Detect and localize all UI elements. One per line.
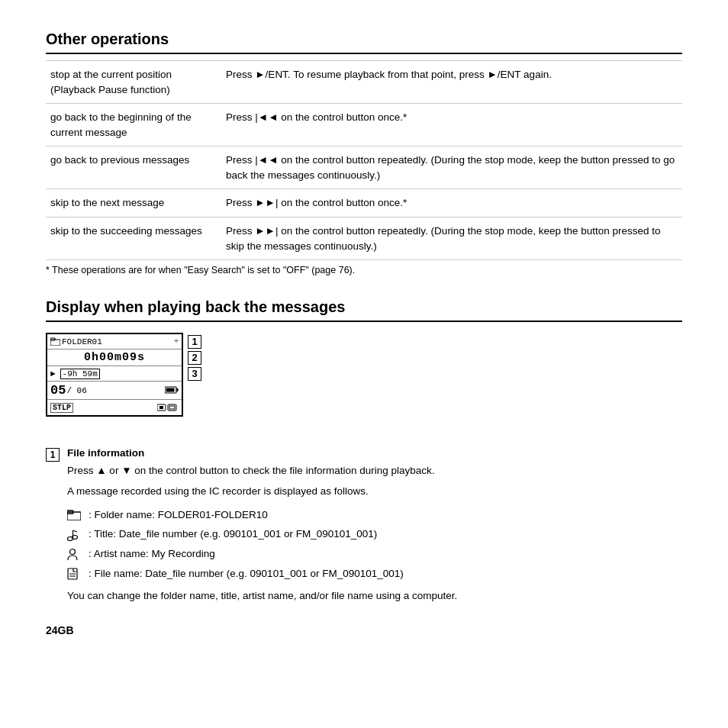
table-row: go back to the beginning of the current … — [46, 104, 682, 147]
icon-person — [67, 546, 82, 562]
file-info-desc1: Press ▲ or ▼ on the control button to ch… — [67, 463, 457, 479]
playback-time: 0h00m09s — [84, 351, 145, 364]
svg-rect-3 — [177, 388, 179, 391]
list-item: : Title: Date_file number (e.g. 090101_0… — [67, 527, 457, 542]
display-row-folder: FOLDER01 ÷ 1 — [47, 334, 182, 350]
display-row-mode: STLP — [47, 400, 182, 415]
operations-table: stop at the current position (Playback P… — [46, 60, 682, 260]
icon-info-list: : Folder name: FOLDER01-FOLDER10: Title:… — [67, 507, 457, 581]
track-total: / 06 — [66, 386, 86, 395]
svg-rect-8 — [169, 406, 175, 409]
op-right: Press ►►| on the control button once.* — [221, 189, 682, 217]
battery-icon — [165, 385, 179, 396]
icon-description: : Artist name: My Recording — [89, 546, 215, 562]
remaining-time: -9h 59m — [60, 369, 100, 379]
svg-line-13 — [73, 530, 78, 532]
list-item: : Artist name: My Recording — [67, 546, 457, 562]
folder-name: FOLDER01 — [62, 337, 102, 346]
display-row-time: 0h00m09s 2 — [47, 350, 182, 366]
display-label-1: 1 — [188, 335, 201, 349]
icon-description: : File name: Date_file number (e.g. 0901… — [89, 566, 404, 581]
op-right: Press |◄◄ on the control button repeated… — [221, 147, 682, 189]
closing-text: You can change the folder name, title, a… — [67, 588, 457, 604]
op-right: Press ►/ENT. To resume playback from tha… — [221, 61, 682, 104]
op-right: Press ►►| on the control button repeated… — [221, 217, 682, 259]
track-current: 05 — [50, 383, 66, 398]
list-item: : File name: Date_file number (e.g. 0901… — [67, 566, 457, 581]
list-item: : Folder name: FOLDER01-FOLDER10 — [67, 507, 457, 523]
op-left: skip to the next message — [46, 189, 221, 217]
icon-file — [67, 566, 82, 581]
table-row: go back to previous messagesPress |◄◄ on… — [46, 147, 682, 189]
play-symbol: ► — [50, 369, 56, 378]
display-row-track: 05 / 06 — [47, 382, 182, 400]
footnote: * These operations are for when "Easy Se… — [46, 265, 682, 275]
icon-note — [67, 527, 82, 542]
device-display: FOLDER01 ÷ 1 0h00m09s 2 ► -9h 59m 3 05 /… — [46, 333, 183, 417]
item-number-box: 1 — [46, 448, 60, 462]
table-row: stop at the current position (Playback P… — [46, 61, 682, 104]
display-label-2: 2 — [188, 351, 201, 365]
file-info-item: 1 File information Press ▲ or ▼ on the c… — [46, 447, 682, 609]
table-row: skip to the next messagePress ►►| on the… — [46, 189, 682, 217]
folder-arrow: ÷ — [174, 337, 179, 346]
page-number: 24GB — [46, 624, 682, 636]
table-row: skip to the succeeding messagesPress ►►|… — [46, 217, 682, 259]
file-info-title: File information — [67, 447, 144, 459]
display-label-3: 3 — [188, 367, 201, 381]
svg-point-15 — [70, 549, 76, 555]
op-left: stop at the current position (Playback P… — [46, 61, 221, 104]
mode-label: STLP — [50, 403, 73, 413]
icon-folder — [67, 507, 82, 523]
icon-description: : Folder name: FOLDER01-FOLDER10 — [89, 507, 268, 523]
svg-rect-4 — [166, 388, 175, 392]
section2-title: Display when playing back the messages — [46, 298, 682, 322]
file-info-desc2: A message recorded using the IC recorder… — [67, 484, 457, 500]
icon-description: : Title: Date_file number (e.g. 090101_0… — [89, 527, 377, 542]
mode-icons — [157, 403, 179, 412]
op-left: skip to the succeeding messages — [46, 217, 221, 259]
svg-rect-6 — [159, 406, 163, 409]
op-left: go back to the beginning of the current … — [46, 104, 221, 147]
section1-title: Other operations — [46, 31, 682, 54]
op-left: go back to previous messages — [46, 147, 221, 189]
display-row-play: ► -9h 59m 3 — [47, 366, 182, 382]
op-right: Press |◄◄ on the control button once.* — [221, 104, 682, 147]
